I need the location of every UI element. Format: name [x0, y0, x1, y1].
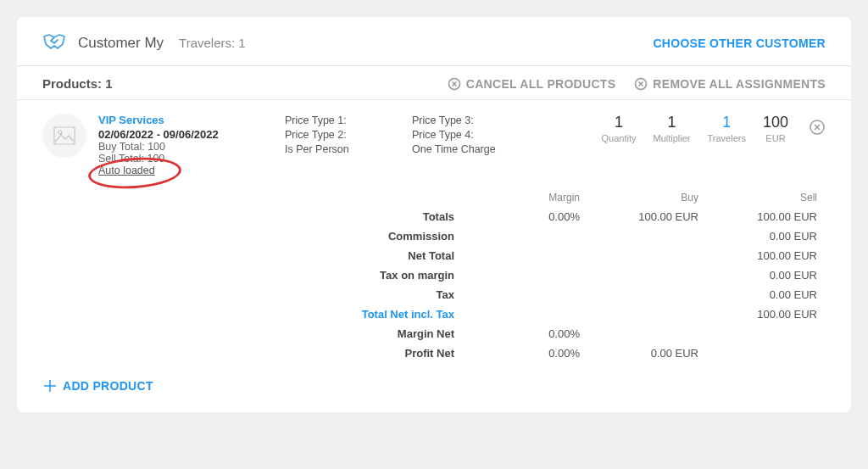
- totals-header-row: Margin Buy Sell: [42, 188, 826, 207]
- choose-other-customer-button[interactable]: CHOOSE OTHER CUSTOMER: [653, 36, 826, 50]
- totals-cell-margin: [470, 249, 588, 262]
- sell-total: Sell Total: 100: [98, 153, 285, 165]
- plus-icon: [42, 378, 58, 394]
- multiplier-label: Multiplier: [654, 133, 691, 143]
- svg-point-3: [58, 131, 62, 134]
- close-circle-icon: [634, 77, 648, 91]
- travelers-count: Travelers: 1: [179, 36, 246, 50]
- product-row: VIP Services 02/06/2022 - 09/06/2022 Buy…: [17, 100, 851, 185]
- one-time-charge: One Time Charge: [412, 142, 539, 157]
- is-per-person: Is Per Person: [285, 142, 412, 157]
- product-stats: 1 Quantity 1 Multiplier 1 Travelers 100 …: [593, 114, 826, 143]
- travelers-stat-label: Travelers: [708, 133, 746, 143]
- remove-all-label: REMOVE ALL ASSIGNMENTS: [653, 77, 826, 91]
- totals-row-label: Totals: [326, 210, 470, 223]
- totals-row-label: Tax: [326, 288, 470, 301]
- price-type-2: Price Type 2:: [285, 128, 412, 142]
- totals-cell-margin: [470, 230, 588, 243]
- totals-cell-margin: 0.00%: [470, 327, 588, 340]
- quantity-stat: 1 Quantity: [602, 114, 637, 143]
- totals-cell-sell: 0.00 EUR: [707, 269, 826, 282]
- remove-all-assignments-button[interactable]: REMOVE ALL ASSIGNMENTS: [634, 77, 826, 91]
- totals-cell-sell: 0.00 EUR: [707, 288, 826, 301]
- buy-total: Buy Total: 100: [98, 141, 285, 153]
- price-types-left: Price Type 1: Price Type 2: Is Per Perso…: [285, 114, 412, 157]
- totals-row: Tax0.00 EUR: [42, 285, 826, 304]
- cancel-all-products-button[interactable]: CANCEL ALL PRODUCTS: [448, 77, 616, 91]
- totals-row: Profit Net0.00%0.00 EUR: [42, 343, 826, 363]
- totals-row-label: Tax on margin: [326, 269, 470, 282]
- totals-table: Margin Buy Sell Totals0.00%100.00 EUR100…: [17, 185, 851, 363]
- remove-product-button[interactable]: [809, 119, 826, 138]
- product-dates: 02/06/2022 - 09/06/2022: [98, 128, 285, 141]
- quantity-label: Quantity: [602, 133, 637, 143]
- add-product-button[interactable]: ADD PRODUCT: [17, 363, 851, 412]
- image-placeholder-icon: [42, 114, 86, 158]
- totals-cell-margin: 0.00%: [470, 210, 588, 223]
- totals-cell-buy: [588, 327, 707, 340]
- totals-row: Margin Net0.00%: [42, 324, 826, 343]
- totals-cell-sell: [707, 347, 826, 360]
- handshake-icon: [42, 32, 66, 53]
- cancel-all-label: CANCEL ALL PRODUCTS: [466, 77, 616, 91]
- close-circle-icon: [809, 119, 826, 136]
- totals-cell-buy: 100.00 EUR: [588, 210, 707, 223]
- totals-cell-buy: [588, 249, 707, 262]
- totals-row-label: Profit Net: [326, 347, 470, 360]
- totals-cell-sell: [707, 327, 826, 340]
- price-types-right: Price Type 3: Price Type 4: One Time Cha…: [412, 114, 539, 157]
- totals-row: Totals0.00%100.00 EUR100.00 EUR: [42, 207, 826, 226]
- totals-row: Tax on margin0.00 EUR: [42, 265, 826, 285]
- totals-cell-sell: 100.00 EUR: [707, 210, 826, 223]
- totals-cell-buy: [588, 308, 707, 321]
- header-row: Customer My Travelers: 1 CHOOSE OTHER CU…: [17, 17, 851, 65]
- products-toolbar: Products: 1 CANCEL ALL PRODUCTS REMOVE A…: [17, 66, 851, 100]
- sell-header: Sell: [707, 192, 826, 204]
- price-type-4: Price Type 4:: [412, 128, 539, 142]
- margin-header: Margin: [470, 192, 588, 204]
- price-value: 100: [763, 114, 788, 131]
- totals-cell-sell: 100.00 EUR: [707, 249, 826, 262]
- multiplier-stat: 1 Multiplier: [654, 114, 691, 143]
- quantity-value: 1: [602, 114, 637, 131]
- totals-cell-sell: 0.00 EUR: [707, 230, 826, 243]
- product-name-link[interactable]: VIP Services: [98, 114, 285, 126]
- close-circle-icon: [448, 77, 461, 91]
- price-type-1: Price Type 1:: [285, 114, 412, 128]
- totals-row-label: Commission: [326, 230, 470, 243]
- totals-cell-buy: 0.00 EUR: [588, 347, 707, 360]
- svg-rect-2: [54, 127, 75, 144]
- customer-name: Customer My: [78, 35, 164, 52]
- auto-loaded-link[interactable]: Auto loaded: [98, 165, 285, 176]
- totals-row-label: Total Net incl. Tax: [326, 308, 470, 321]
- price-type-3: Price Type 3:: [412, 114, 539, 128]
- totals-row-label: Net Total: [326, 249, 470, 262]
- totals-row: Total Net incl. Tax100.00 EUR: [42, 304, 826, 324]
- totals-cell-buy: [588, 230, 707, 243]
- totals-cell-margin: 0.00%: [470, 347, 588, 360]
- totals-cell-buy: [588, 269, 707, 282]
- price-stat: 100 EUR: [763, 114, 788, 143]
- totals-cell-margin: [470, 288, 588, 301]
- buy-header: Buy: [588, 192, 707, 204]
- totals-cell-sell: 100.00 EUR: [707, 308, 826, 321]
- totals-cell-buy: [588, 288, 707, 301]
- totals-cell-margin: [470, 308, 588, 321]
- totals-row-label: Margin Net: [326, 327, 470, 340]
- travelers-stat: 1 Travelers: [708, 114, 746, 143]
- multiplier-value: 1: [654, 114, 691, 131]
- totals-cell-margin: [470, 269, 588, 282]
- price-currency: EUR: [763, 133, 788, 143]
- products-count: Products: 1: [42, 76, 113, 91]
- totals-row: Commission0.00 EUR: [42, 226, 826, 246]
- customer-card: Customer My Travelers: 1 CHOOSE OTHER CU…: [17, 17, 851, 412]
- travelers-value-link[interactable]: 1: [708, 114, 746, 131]
- totals-row: Net Total100.00 EUR: [42, 246, 826, 265]
- add-product-label: ADD PRODUCT: [63, 379, 153, 393]
- product-info: VIP Services 02/06/2022 - 09/06/2022 Buy…: [98, 114, 285, 176]
